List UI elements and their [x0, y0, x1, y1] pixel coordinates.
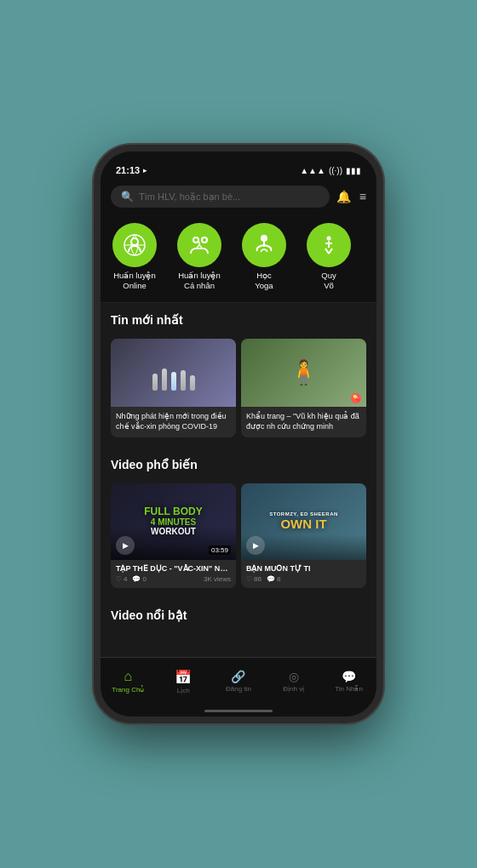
status-icons: ▲▲▲ ((·)) ▮▮▮: [300, 166, 361, 175]
yoga-icon: [242, 223, 286, 267]
video-thumbnail-2: STORMZY, ED SHEERAN OWN IT ▶: [241, 483, 366, 560]
featured-videos-section-header: Video nổi bật: [101, 598, 376, 634]
category-martial-arts[interactable]: QuyVõ: [302, 223, 356, 292]
home-bar: [204, 710, 273, 712]
news-section-header: Tin mới nhất: [101, 303, 376, 339]
personal-training-icon: [177, 223, 221, 267]
schedule-nav-icon: 📅: [175, 669, 192, 685]
category-personal-training[interactable]: Huấn luyệnCá nhân: [172, 223, 227, 292]
home-nav-icon: ⌂: [124, 669, 133, 684]
martial-arts-icon: [307, 223, 351, 267]
svg-point-2: [193, 237, 198, 243]
news-section-title: Tin mới nhất: [111, 313, 366, 327]
video-track: OWN IT: [269, 517, 338, 531]
personal-training-label: Huấn luyệnCá nhân: [178, 271, 221, 292]
search-actions: 🔔 ≡: [336, 190, 366, 203]
featured-videos-title: Video nổi bật: [111, 608, 366, 622]
search-bar: 🔍 Tìm HLV, hoặc bạn bè... 🔔 ≡: [101, 179, 376, 214]
video-thumbnail-1: FULL BODY 4 MINUTES WORKOUT ▶ 03:59: [111, 483, 236, 560]
duration-badge-1: 03:59: [209, 545, 231, 555]
play-button-2[interactable]: ▶: [246, 536, 265, 555]
news-text-2: Khẩu trang – "Vũ kh hiệu quả đã được nh …: [241, 407, 366, 437]
views-1: 3K views: [204, 575, 231, 583]
yoga-label: HọcYoga: [255, 271, 273, 292]
like-stat-2: ♡ 86: [246, 575, 261, 583]
time-label: 21:13: [116, 165, 140, 175]
news-image-2: 🧍 💊: [241, 339, 366, 407]
video-meta-1: ♡ 4 💬 0 3K views: [116, 575, 231, 583]
video-info-1: TẬP THỂ DỤC - "VẮC-XIN" NÀ... ♡ 4 💬 0: [111, 560, 236, 588]
news-title-2: Khẩu trang – "Vũ kh hiệu quả đã được nh …: [246, 411, 361, 432]
svg-point-5: [262, 237, 266, 240]
comment-stat-1: 💬 0: [132, 575, 146, 583]
location-nav-icon: ◎: [289, 670, 299, 683]
schedule-nav-label: Lịch: [177, 687, 190, 694]
news-title-1: Những phát hiện mới trong điều chế vắc-x…: [116, 411, 231, 432]
home-nav-label: Trang Chủ: [112, 686, 144, 694]
signal-icon: ▲▲▲: [300, 166, 325, 175]
video-title-2: BẠN MUỐN TỰ TI: [246, 564, 361, 573]
home-indicator: [101, 705, 376, 717]
phone-frame: 21:13 ▸ ▲▲▲ ((·)) ▮▮▮ 🔍 Tìm HLV, hoặc bạ…: [94, 145, 383, 723]
menu-icon[interactable]: ≡: [359, 190, 366, 203]
comment-count-1: 0: [142, 575, 146, 583]
post-nav-label: Đăng tin: [226, 685, 251, 693]
nav-post[interactable]: 🔗 Đăng tin: [211, 670, 267, 693]
category-online-training[interactable]: Huấn luyệnOnline: [107, 223, 162, 292]
popular-videos-section-header: Video phổ biến: [101, 448, 376, 483]
comment-stat-2: 💬 8: [267, 575, 280, 583]
bottom-nav: ⌂ Trang Chủ 📅 Lịch 🔗 Đăng tin ◎ Định vị …: [101, 657, 376, 705]
like-count-1: 4: [124, 575, 127, 583]
search-input-wrap[interactable]: 🔍 Tìm HLV, hoặc bạn bè...: [111, 186, 330, 208]
video-card-2[interactable]: STORMZY, ED SHEERAN OWN IT ▶ BẠN MUỐN TỰ…: [241, 483, 366, 588]
scroll-content[interactable]: 🔍 Tìm HLV, hoặc bạn bè... 🔔 ≡: [101, 179, 376, 657]
video-info-2: BẠN MUỐN TỰ TI ♡ 86 💬 8: [241, 560, 366, 588]
heart-icon-1: ♡: [116, 575, 122, 583]
comment-icon-1: 💬: [132, 575, 141, 583]
svg-point-3: [202, 237, 207, 243]
location-nav-label: Định vị: [283, 685, 304, 693]
news-image-1: [111, 339, 236, 407]
comment-icon-2: 💬: [267, 575, 275, 583]
video-stats-1: ♡ 4 💬 0: [116, 575, 147, 583]
featured-placeholder: [101, 634, 376, 657]
nav-home[interactable]: ⌂ Trang Chủ: [101, 669, 156, 694]
nav-messages[interactable]: 💬 Tin Nhắn: [321, 670, 376, 693]
phone-inner: 21:13 ▸ ▲▲▲ ((·)) ▮▮▮ 🔍 Tìm HLV, hoặc bạ…: [101, 151, 376, 717]
post-nav-icon: 🔗: [231, 670, 245, 683]
online-training-label: Huấn luyệnOnline: [113, 271, 156, 292]
location-icon: ▸: [143, 167, 147, 174]
news-card-1[interactable]: Những phát hiện mới trong điều chế vắc-x…: [111, 339, 236, 437]
popular-videos-title: Video phổ biến: [111, 458, 366, 471]
svg-point-6: [327, 237, 331, 241]
news-grid: Những phát hiện mới trong điều chế vắc-x…: [101, 339, 376, 448]
news-card-2[interactable]: 🧍 💊 Khẩu trang – "Vũ kh hiệu quả đã được…: [241, 339, 366, 437]
nav-schedule[interactable]: 📅 Lịch: [156, 669, 211, 694]
category-yoga[interactable]: HọcYoga: [237, 223, 291, 292]
search-placeholder: Tìm HLV, hoặc bạn bè...: [139, 191, 240, 203]
nav-location[interactable]: ◎ Định vị: [266, 670, 321, 693]
news-text-1: Những phát hiện mới trong điều chế vắc-x…: [111, 407, 236, 437]
wifi-icon: ((·)): [329, 166, 342, 175]
video-stats-2: ♡ 86 💬 8: [246, 575, 280, 583]
online-training-icon: [112, 223, 157, 267]
like-stat-1: ♡ 4: [116, 575, 127, 583]
bell-icon[interactable]: 🔔: [336, 190, 351, 203]
martial-arts-label: QuyVõ: [321, 271, 336, 292]
notch: [187, 151, 290, 170]
messages-nav-label: Tin Nhắn: [335, 685, 363, 693]
video-meta-2: ♡ 86 💬 8: [246, 575, 361, 583]
like-count-2: 86: [254, 575, 261, 583]
video-card-1[interactable]: FULL BODY 4 MINUTES WORKOUT ▶ 03:59 TẬP …: [111, 483, 236, 588]
play-button-1[interactable]: ▶: [116, 536, 135, 555]
comment-count-2: 8: [277, 575, 280, 583]
battery-icon: ▮▮▮: [346, 166, 361, 175]
heart-icon-2: ♡: [246, 575, 252, 583]
search-icon: 🔍: [121, 191, 134, 203]
messages-nav-icon: 💬: [342, 670, 356, 683]
video-grid: FULL BODY 4 MINUTES WORKOUT ▶ 03:59 TẬP …: [101, 483, 376, 598]
categories-row: Huấn luyệnOnline Huấn luyệnCá nhân: [101, 214, 376, 303]
status-time: 21:13 ▸: [116, 165, 147, 175]
video-title-1: TẬP THỂ DỤC - "VẮC-XIN" NÀ...: [116, 564, 231, 573]
